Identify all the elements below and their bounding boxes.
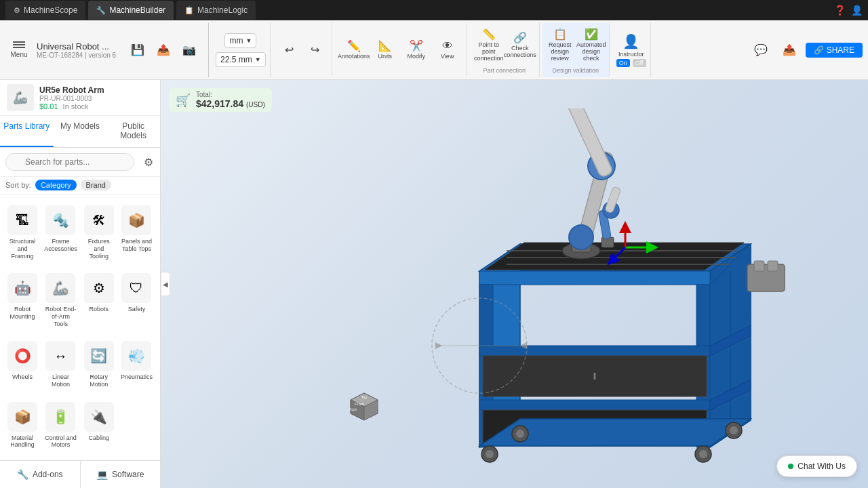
chat-widget[interactable]: Chat With Us xyxy=(776,455,857,477)
modify-button[interactable]: ✂️ Modify xyxy=(401,35,431,65)
svg-marker-4 xyxy=(485,243,744,270)
part-cabling[interactable]: 🔌 Cabling xyxy=(82,397,116,455)
part-connection-section: 📏 Point to point connection 🔗 Check conn… xyxy=(470,23,540,77)
chat-status-dot xyxy=(788,464,793,469)
svg-point-36 xyxy=(569,225,593,249)
user-icon[interactable]: 👤 xyxy=(851,5,863,16)
cart-total[interactable]: 🛒 Total: $42,917.84 (USD) xyxy=(169,88,272,112)
undo-redo-section: ↩ ↪ xyxy=(273,23,332,77)
sort-row: Sort by: Category Brand xyxy=(0,177,160,195)
part-panels[interactable]: 📦 Panels and Table Tops xyxy=(119,201,155,266)
camera-button[interactable]: 📷 xyxy=(177,38,201,62)
part-linear-motion[interactable]: ↔ Linear Motion xyxy=(42,336,79,394)
cart-icon: 🛒 xyxy=(176,93,191,108)
part-frame[interactable]: 🔩 Frame Accessories xyxy=(42,201,79,266)
save-button[interactable]: 💾 xyxy=(125,38,150,62)
machinescope-icon: ⚙ xyxy=(14,6,20,15)
svg-marker-49 xyxy=(435,342,442,349)
app-title: Universal Robot ... ME-OT-168284 | versi… xyxy=(37,41,116,59)
tab-my-models[interactable]: My Models xyxy=(54,116,107,147)
svg-marker-3 xyxy=(479,271,710,285)
redo-button[interactable]: ↪ xyxy=(303,38,328,62)
part-pneumatics[interactable]: 💨 Pneumatics xyxy=(119,336,155,394)
part-safety[interactable]: 🛡 Safety xyxy=(119,268,155,333)
svg-point-22 xyxy=(486,450,494,458)
svg-point-26 xyxy=(730,426,738,434)
svg-rect-42 xyxy=(754,261,764,271)
product-thumbnail: 🦾 xyxy=(7,84,34,111)
svg-point-24 xyxy=(699,450,707,458)
share-button[interactable]: 🔗 SHARE xyxy=(806,43,863,58)
addons-icon: 🔧 xyxy=(17,469,28,480)
sidebar-collapse-button[interactable]: ◀ xyxy=(161,272,170,296)
svg-marker-11 xyxy=(479,400,710,410)
sidebar: 🦾 UR5e Robot Arm PR-UR-001-0003 $0.01 In… xyxy=(0,80,161,488)
part-material-handling[interactable]: 📦 Material Handling xyxy=(5,397,39,455)
svg-text:Right: Right xyxy=(349,407,357,411)
product-name: UR5e Robot Arm xyxy=(39,85,153,95)
part-structural[interactable]: 🏗 Structural and Framing xyxy=(5,201,39,266)
tab-machinelogic[interactable]: 📋 MachineLogic xyxy=(176,1,256,20)
chat-label: Chat With Us xyxy=(797,462,846,471)
request-design-button[interactable]: 📋 Request design review xyxy=(545,26,575,64)
upload-button[interactable]: 📤 xyxy=(151,38,176,62)
units-section: mm ▼ 22.5 mm ▼ xyxy=(212,23,271,77)
comment-button[interactable]: 💬 xyxy=(749,38,773,62)
export-button[interactable]: 📤 xyxy=(777,38,802,62)
svg-rect-43 xyxy=(768,261,778,271)
machinelogic-icon: 📋 xyxy=(184,6,194,15)
view-cube[interactable]: Front Top Right xyxy=(344,386,384,427)
product-price: $0.01 In stock xyxy=(39,102,153,110)
main-tools-section: ✏️ Annotations 📐 Units ✂️ Modify 👁 View xyxy=(335,23,467,77)
product-info: 🦾 UR5e Robot Arm PR-UR-001-0003 $0.01 In… xyxy=(0,80,160,116)
view-button[interactable]: 👁 View xyxy=(433,35,462,65)
addons-button[interactable]: 🔧 Add-ons xyxy=(0,461,81,488)
units-button[interactable]: 📐 Units xyxy=(370,35,400,65)
software-icon: 💻 xyxy=(96,469,108,480)
undo-button[interactable]: ↩ xyxy=(277,38,302,62)
product-sku: PR-UR-001-0003 xyxy=(39,95,153,102)
check-connections-button[interactable]: 🔗 Check connections xyxy=(505,30,535,61)
svg-text:Top: Top xyxy=(361,395,367,399)
design-validation-section: 📋 Request design review ✅ Automated desi… xyxy=(542,23,610,77)
point-to-point-button[interactable]: 📏 Point to point connection xyxy=(474,26,504,64)
annotations-button[interactable]: ✏️ Annotations xyxy=(339,35,369,65)
instructor-section: 👤 Instructor On Off xyxy=(612,23,651,77)
3d-scene xyxy=(330,108,791,488)
part-robots[interactable]: ⚙ Robots xyxy=(82,268,116,333)
svg-point-28 xyxy=(516,430,524,438)
svg-marker-10 xyxy=(479,346,710,356)
sort-brand[interactable]: Brand xyxy=(81,180,111,190)
parts-grid: 🏗 Structural and Framing 🔩 Frame Accesso… xyxy=(0,195,160,460)
part-rotary-motion[interactable]: 🔄 Rotary Motion xyxy=(82,336,116,394)
help-icon[interactable]: ❓ xyxy=(834,5,846,16)
svg-text:Front: Front xyxy=(355,402,364,406)
tab-parts-library[interactable]: Parts Library xyxy=(0,116,54,147)
menu-button[interactable]: Menu xyxy=(5,31,33,69)
software-button[interactable]: 💻 Software xyxy=(81,461,161,488)
machinebuilder-icon: 🔧 xyxy=(96,6,106,15)
sidebar-tabs: Parts Library My Models Public Models xyxy=(0,116,160,148)
part-fixtures[interactable]: 🛠 Fixtures and Tooling xyxy=(82,201,116,266)
filter-button[interactable]: ⚙ xyxy=(142,155,155,170)
part-robot-end-arm[interactable]: 🦾 Robot End-of-Arm Tools xyxy=(42,268,79,333)
sort-category[interactable]: Category xyxy=(35,180,77,190)
part-control-motors[interactable]: 🔋 Control and Motors xyxy=(42,397,79,455)
tab-public-models[interactable]: Public Models xyxy=(106,116,160,147)
search-row: 🔍 ⚙ xyxy=(0,148,160,177)
tab-machinescope[interactable]: ⚙ MachineScope xyxy=(5,1,85,20)
search-input[interactable] xyxy=(5,153,134,171)
3d-viewport: 🛒 Total: $42,917.84 (USD) xyxy=(161,80,868,488)
tab-machinebuilder[interactable]: 🔧 MachineBuilder xyxy=(88,1,174,20)
svg-rect-41 xyxy=(747,264,785,291)
sidebar-footer: 🔧 Add-ons 💻 Software xyxy=(0,460,160,488)
units-value-dropdown[interactable]: 22.5 mm ▼ xyxy=(216,52,266,67)
units-mm-dropdown[interactable]: mm ▼ xyxy=(224,33,256,48)
part-wheels[interactable]: ⭕ Wheels xyxy=(5,336,39,394)
part-robot-mounting[interactable]: 🤖 Robot Mounting xyxy=(5,268,39,333)
automated-check-button[interactable]: ✅ Automated design check xyxy=(576,26,606,64)
